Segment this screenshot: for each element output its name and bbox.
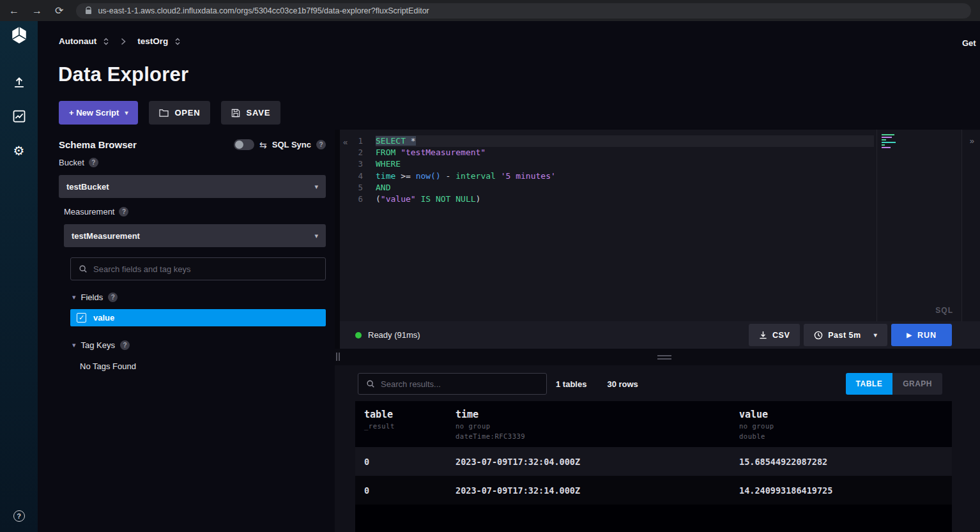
results-table-head: table_resulttimeno groupdateTime:RFC3339… xyxy=(355,401,952,447)
measurement-help-icon[interactable]: ? xyxy=(119,207,128,217)
chevron-down-icon: ▾ xyxy=(314,183,318,191)
browser-back-icon[interactable]: ← xyxy=(9,6,19,16)
csv-download-button[interactable]: CSV xyxy=(749,324,800,346)
tab-graph[interactable]: GRAPH xyxy=(892,373,942,395)
measurement-select[interactable]: testMeasurement ▾ xyxy=(64,224,326,247)
bucket-label: Bucket xyxy=(59,158,84,167)
save-script-button[interactable]: SAVE xyxy=(221,101,280,125)
results-search-input[interactable] xyxy=(381,379,539,389)
collapse-right-icon[interactable]: » xyxy=(970,136,974,146)
get-started-link[interactable]: Get xyxy=(962,38,980,48)
app-sidebar: ⚙ ? xyxy=(0,21,38,532)
tag-keys-help-icon[interactable]: ? xyxy=(120,340,130,350)
url-bar[interactable]: us-east-1-1.aws.cloud2.influxdata.com/or… xyxy=(76,3,971,19)
results-search xyxy=(358,373,547,395)
results-panel: 1 tables 30 rows TABLE GRAPH table_resul… xyxy=(335,365,980,532)
splitter-center-handle[interactable] xyxy=(657,355,671,361)
code-line[interactable]: ("value" IS NOT NULL) xyxy=(376,194,874,205)
splitter-left-handle[interactable] xyxy=(336,353,340,361)
lock-icon xyxy=(85,6,92,15)
results-table-body: 02023-07-09T17:32:04.000Z15.685449220872… xyxy=(355,447,952,505)
sql-sync-toggle[interactable] xyxy=(234,139,254,150)
table-cell: 0 xyxy=(355,457,447,467)
chevron-down-icon: ▾ xyxy=(125,109,128,116)
breadcrumb: Autonaut testOrg xyxy=(59,36,181,46)
time-range-select[interactable]: Past 5m ▾ xyxy=(804,324,887,346)
sql-editor: « 123456 SELECT *FROM "testMeasurement"W… xyxy=(340,130,980,321)
page-title: Data Explorer xyxy=(58,63,188,86)
collapse-left-icon[interactable]: « xyxy=(343,137,348,147)
settings-gear-icon[interactable]: ⚙ xyxy=(0,143,38,158)
chevron-right-icon xyxy=(121,38,126,45)
browser-forward-icon[interactable]: → xyxy=(32,6,42,16)
new-script-button[interactable]: + New Script▾ xyxy=(59,101,138,125)
line-number: 6 xyxy=(349,194,363,205)
editor-code: SELECT *FROM "testMeasurement"WHEREtime … xyxy=(376,135,874,205)
tables-count: 1 tables xyxy=(556,379,586,389)
editor-status-bar: Ready (91ms) CSV Past 5m ▾ ▶ RUN xyxy=(340,321,980,349)
column-header: timeno groupdateTime:RFC3339 xyxy=(447,401,730,447)
field-item-value[interactable]: ✓ value xyxy=(70,309,326,326)
table-cell: 14.240993186419725 xyxy=(730,485,952,496)
workspace-unfold-icon[interactable] xyxy=(174,37,181,46)
measurement-label: Measurement xyxy=(64,207,114,217)
table-cell: 2023-07-09T17:32:14.000Z xyxy=(447,485,730,496)
horizontal-splitter[interactable] xyxy=(335,349,980,365)
code-line[interactable]: FROM "testMeasurement" xyxy=(376,147,874,158)
line-number: 2 xyxy=(349,147,363,158)
table-cell: 15.68544922087282 xyxy=(730,457,952,467)
fields-section-label: Fields xyxy=(81,293,103,302)
editor-line-numbers: 123456 xyxy=(349,135,363,205)
table-cell: 0 xyxy=(355,485,447,496)
save-icon xyxy=(231,109,240,118)
rows-count: 30 rows xyxy=(607,379,638,389)
search-icon xyxy=(366,379,375,388)
code-line[interactable]: AND xyxy=(376,182,874,194)
line-number: 3 xyxy=(349,158,363,170)
search-icon xyxy=(79,264,88,273)
schema-browser-panel: Schema Browser ⇆ SQL Sync ? Bucket ? tes… xyxy=(38,128,335,532)
bucket-help-icon[interactable]: ? xyxy=(89,158,98,167)
chevron-down-icon: ▾ xyxy=(874,331,878,338)
org-unfold-icon[interactable] xyxy=(103,37,109,46)
ready-status-text: Ready (91ms) xyxy=(368,330,420,340)
results-table: table_resulttimeno groupdateTime:RFC3339… xyxy=(355,401,952,532)
field-value-label: value xyxy=(93,313,114,323)
schema-browser-title: Schema Browser xyxy=(59,139,137,150)
folder-icon xyxy=(159,109,169,117)
table-row[interactable]: 02023-07-09T17:32:04.000Z15.685449220872… xyxy=(355,447,952,476)
column-header: valueno groupdouble xyxy=(730,401,952,447)
run-query-button[interactable]: ▶ RUN xyxy=(891,324,952,346)
script-toolbar: + New Script▾ OPEN SAVE xyxy=(59,101,280,125)
download-icon xyxy=(759,331,767,339)
workspace-switcher[interactable]: testOrg xyxy=(137,36,168,46)
fields-help-icon[interactable]: ? xyxy=(108,293,118,302)
panel-divider[interactable] xyxy=(335,130,340,349)
column-header: table_result xyxy=(355,401,447,447)
value-checkbox[interactable]: ✓ xyxy=(77,313,86,323)
tag-keys-collapse-icon[interactable]: ▾ xyxy=(72,341,76,349)
sql-sync-help-icon[interactable]: ? xyxy=(316,140,326,149)
table-row[interactable]: 02023-07-09T17:32:14.000Z14.240993186419… xyxy=(355,476,952,505)
tab-table[interactable]: TABLE xyxy=(846,373,893,395)
browser-chrome: ← → ⟳ us-east-1-1.aws.cloud2.influxdata.… xyxy=(0,0,980,21)
schema-search-input[interactable] xyxy=(93,264,318,274)
editor-pane-divider xyxy=(877,130,877,321)
table-cell: 2023-07-09T17:32:04.000Z xyxy=(447,457,730,467)
code-line[interactable]: WHERE xyxy=(376,158,874,170)
open-script-button[interactable]: OPEN xyxy=(149,101,210,125)
code-line[interactable]: time >= now() - interval '5 minutes' xyxy=(376,171,874,182)
browser-refresh-icon[interactable]: ⟳ xyxy=(55,6,63,16)
editor-right-strip: » xyxy=(961,130,980,321)
influxdb-logo-icon[interactable] xyxy=(0,26,38,44)
upload-icon[interactable] xyxy=(0,76,38,89)
bucket-select[interactable]: testBucket ▾ xyxy=(59,175,326,198)
ready-status-icon xyxy=(355,332,362,338)
sync-arrows-icon: ⇆ xyxy=(259,140,267,150)
fields-collapse-icon[interactable]: ▾ xyxy=(72,293,76,301)
help-icon[interactable]: ? xyxy=(0,510,38,522)
code-line[interactable]: SELECT * xyxy=(376,135,874,147)
minimap[interactable] xyxy=(882,134,898,149)
org-switcher[interactable]: Autonaut xyxy=(59,36,96,46)
graphs-icon[interactable] xyxy=(0,110,38,123)
